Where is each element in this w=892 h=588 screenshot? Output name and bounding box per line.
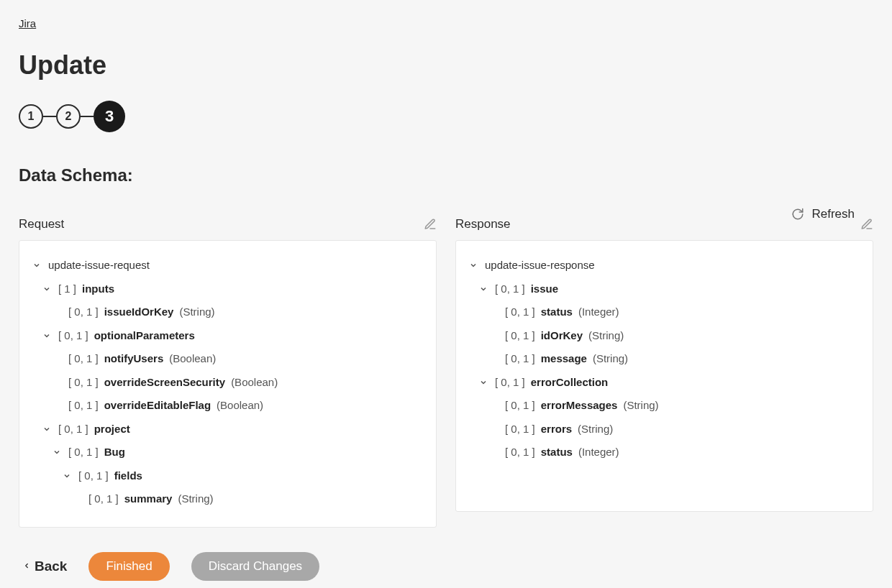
cardinality: [ 0, 1 ] (68, 375, 99, 391)
tree-node-bug[interactable]: [ 0, 1 ] Bug (32, 441, 423, 464)
chevron-down-icon (42, 285, 53, 293)
tree-node-inputs[interactable]: [ 1 ] inputs (32, 277, 423, 301)
field-type: (String) (623, 398, 658, 414)
field-name: fields (114, 468, 142, 484)
tree-root-request[interactable]: update-issue-request (32, 254, 423, 277)
response-panel: update-issue-response [ 0, 1 ] issue [ 0… (455, 240, 873, 512)
field-type: (String) (179, 304, 214, 321)
step-2[interactable]: 2 (56, 104, 81, 129)
field-type: (String) (593, 351, 628, 367)
tree-node-overridescreensecurity[interactable]: [ 0, 1 ] overrideScreenSecurity (Boolean… (32, 371, 423, 395)
field-name: notifyUsers (104, 351, 164, 367)
cardinality: [ 0, 1 ] (505, 398, 535, 414)
field-name: optionalParameters (94, 328, 195, 344)
field-name: project (94, 421, 130, 438)
field-type: (String) (578, 421, 613, 438)
cardinality: [ 0, 1 ] (58, 328, 88, 344)
tree-node-optionalparameters[interactable]: [ 0, 1 ] optionalParameters (32, 324, 423, 348)
chevron-down-icon (479, 378, 489, 387)
tree-node-status2[interactable]: [ 0, 1 ] status (Integer) (469, 441, 860, 464)
back-label: Back (35, 559, 67, 574)
field-name: overrideEditableFlag (104, 398, 211, 414)
page-title: Update (19, 50, 873, 81)
field-name: status (541, 444, 573, 461)
chevron-down-icon (42, 331, 53, 340)
section-title: Data Schema: (19, 165, 873, 185)
request-header: Request (19, 217, 64, 231)
field-name: summary (124, 491, 173, 507)
response-header: Response (455, 217, 511, 231)
field-name: inputs (82, 281, 114, 298)
breadcrumb-jira[interactable]: Jira (19, 17, 36, 29)
cardinality: [ 0, 1 ] (68, 351, 99, 367)
field-name: message (541, 351, 587, 367)
cardinality: [ 0, 1 ] (505, 351, 535, 367)
tree-node-errors[interactable]: [ 0, 1 ] errors (String) (469, 418, 860, 441)
field-type: (Integer) (578, 304, 619, 321)
tree-node-status[interactable]: [ 0, 1 ] status (Integer) (469, 300, 860, 324)
cardinality: [ 0, 1 ] (495, 281, 525, 298)
edit-response-icon[interactable] (860, 218, 873, 231)
field-type: (Boolean) (217, 398, 263, 414)
tree-root-response[interactable]: update-issue-response (469, 254, 860, 277)
response-panel-wrap: Response update-issue-response [ 0, 1 ] … (455, 217, 873, 528)
cardinality: [ 0, 1 ] (505, 328, 535, 344)
tree-label: update-issue-request (48, 257, 150, 274)
step-separator (43, 116, 56, 117)
tree-node-project[interactable]: [ 0, 1 ] project (32, 418, 423, 441)
cardinality: [ 0, 1 ] (68, 304, 99, 321)
tree-node-overrideeditableflag[interactable]: [ 0, 1 ] overrideEditableFlag (Boolean) (32, 394, 423, 418)
field-name: errorMessages (541, 398, 618, 414)
tree-node-issue[interactable]: [ 0, 1 ] issue (469, 277, 860, 301)
cardinality: [ 0, 1 ] (68, 398, 99, 414)
tree-node-errormessages[interactable]: [ 0, 1 ] errorMessages (String) (469, 394, 860, 418)
cardinality: [ 0, 1 ] (58, 421, 88, 438)
cardinality: [ 1 ] (58, 281, 76, 298)
tree-label: update-issue-response (485, 257, 595, 274)
tree-node-idorkey[interactable]: [ 0, 1 ] idOrKey (String) (469, 324, 860, 348)
field-name: issue (531, 281, 558, 298)
field-name: Bug (104, 444, 125, 461)
field-type: (String) (588, 328, 624, 344)
finished-button[interactable]: Finished (88, 552, 169, 581)
field-name: errors (541, 421, 572, 438)
field-type: (Boolean) (169, 351, 216, 367)
chevron-down-icon (469, 261, 479, 270)
field-name: issueIdOrKey (104, 304, 174, 321)
cardinality: [ 0, 1 ] (68, 444, 99, 461)
step-separator (81, 116, 94, 117)
back-button[interactable]: Back (23, 559, 67, 574)
cardinality: [ 0, 1 ] (505, 421, 535, 438)
chevron-down-icon (42, 425, 53, 433)
cardinality: [ 0, 1 ] (78, 468, 109, 484)
field-name: overrideScreenSecurity (104, 375, 225, 391)
chevron-down-icon (63, 472, 73, 480)
cardinality: [ 0, 1 ] (505, 304, 535, 321)
tree-node-notifyusers[interactable]: [ 0, 1 ] notifyUsers (Boolean) (32, 347, 423, 371)
discard-changes-button[interactable]: Discard Changes (191, 552, 319, 581)
edit-request-icon[interactable] (424, 218, 437, 231)
chevron-left-icon (23, 559, 30, 574)
chevron-down-icon (479, 285, 489, 293)
request-panel: update-issue-request [ 1 ] inputs [ 0, 1… (19, 240, 437, 528)
step-3[interactable]: 3 (94, 101, 125, 132)
step-1[interactable]: 1 (19, 104, 43, 129)
chevron-down-icon (32, 261, 42, 270)
field-name: idOrKey (541, 328, 583, 344)
stepper: 1 2 3 (19, 101, 873, 132)
tree-node-errorcollection[interactable]: [ 0, 1 ] errorCollection (469, 371, 860, 395)
tree-node-message[interactable]: [ 0, 1 ] message (String) (469, 347, 860, 371)
cardinality: [ 0, 1 ] (495, 375, 525, 391)
field-name: status (541, 304, 573, 321)
tree-node-summary[interactable]: [ 0, 1 ] summary (String) (32, 487, 423, 511)
field-type: (Integer) (578, 444, 619, 461)
field-type: (Boolean) (231, 375, 278, 391)
cardinality: [ 0, 1 ] (88, 491, 119, 507)
field-name: errorCollection (531, 375, 609, 391)
tree-node-issueidorkey[interactable]: [ 0, 1 ] issueIdOrKey (String) (32, 300, 423, 324)
chevron-down-icon (53, 448, 63, 456)
tree-node-fields[interactable]: [ 0, 1 ] fields (32, 464, 423, 488)
field-type: (String) (178, 491, 213, 507)
cardinality: [ 0, 1 ] (505, 444, 535, 461)
request-panel-wrap: Request update-issue-request [ 1 ] input… (19, 217, 437, 528)
